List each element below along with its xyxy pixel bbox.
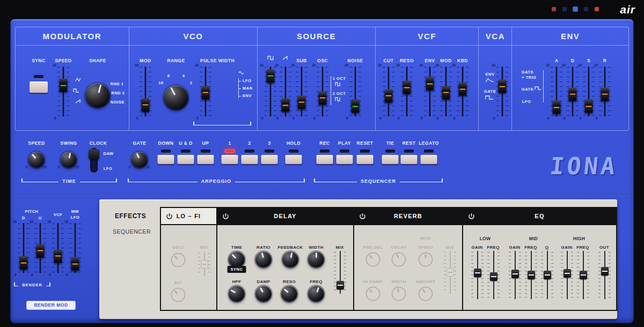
env-gate2-label[interactable]: GATE xyxy=(522,87,533,92)
slider-cap[interactable] xyxy=(474,269,481,277)
time-swing-knob[interactable] xyxy=(61,152,77,168)
env-trig-label[interactable]: + TRIG xyxy=(522,75,536,80)
pw-mode-lfo[interactable]: LFO xyxy=(243,78,253,83)
bender-mod-button[interactable]: BENDER MOD xyxy=(26,301,76,310)
slider-cap[interactable] xyxy=(385,89,393,102)
reverb-predel-knob[interactable] xyxy=(366,252,380,267)
slider-cap[interactable] xyxy=(20,256,28,270)
arp-down-button[interactable] xyxy=(158,155,174,164)
tab-sequencer[interactable]: SEQUENCER xyxy=(113,228,151,235)
arp-3-button[interactable] xyxy=(261,155,278,164)
eq-mid-gain-slider[interactable] xyxy=(511,251,519,299)
arp-up-button[interactable] xyxy=(197,155,214,164)
lofi-bit-knob[interactable] xyxy=(171,288,186,302)
reverb-speed-knob[interactable] xyxy=(419,252,433,267)
delay-ratio-knob[interactable] xyxy=(255,251,272,267)
eq-high-freq-slider[interactable] xyxy=(579,251,587,299)
reverb-mix-slider[interactable] xyxy=(446,251,454,294)
slider-cap[interactable] xyxy=(585,100,593,113)
pw-mode-env[interactable]: ENV xyxy=(243,93,253,98)
lofi-deci-knob[interactable] xyxy=(171,253,186,267)
tab-effects[interactable]: EFFECTS xyxy=(115,212,146,220)
vcf-reso-slider[interactable]: 10 0 xyxy=(398,65,416,118)
vca-level-slider[interactable]: 10 0 xyxy=(493,65,511,118)
lofi-mix-slider[interactable] xyxy=(200,252,208,276)
source-saw-slider[interactable]: 10 0 xyxy=(276,65,295,118)
seq-tie-button[interactable] xyxy=(382,155,399,164)
source-sub-slider[interactable]: 10 0 xyxy=(292,65,311,118)
slider-cap[interactable] xyxy=(601,267,609,276)
slider-cap[interactable] xyxy=(36,244,45,257)
eq-high-gain-slider[interactable] xyxy=(563,251,571,299)
slider-cap[interactable] xyxy=(442,86,450,99)
eq-low-freq-slider[interactable] xyxy=(489,251,497,299)
source-osc-slider[interactable]: 10 0 xyxy=(313,65,332,118)
power-icon[interactable] xyxy=(359,213,366,220)
bender-pitch-down-slider[interactable]: 10 0 xyxy=(14,222,33,274)
slider-cap[interactable] xyxy=(499,80,507,93)
delay-damp-knob[interactable] xyxy=(255,286,272,302)
env-release-slider[interactable]: 10 0 xyxy=(596,65,614,118)
env-decay-slider[interactable]: 10 0 xyxy=(564,65,582,118)
shape-knob[interactable] xyxy=(85,83,110,108)
power-icon[interactable] xyxy=(166,213,173,220)
slider-cap[interactable] xyxy=(201,260,208,269)
slider-cap[interactable] xyxy=(447,268,454,277)
slider-cap[interactable] xyxy=(54,249,62,263)
slider-cap[interactable] xyxy=(511,270,519,278)
vcf-mod-slider[interactable]: 10 0 xyxy=(437,65,455,118)
power-icon[interactable] xyxy=(222,213,229,220)
env-gate-label[interactable]: GATE xyxy=(522,70,533,75)
seq-rest-button[interactable] xyxy=(401,155,418,164)
sync-button[interactable] xyxy=(30,81,48,93)
pw-mode-selector[interactable]: LFO MAN ENV xyxy=(238,78,253,98)
bender-mw-lfo-slider[interactable]: 10 0 xyxy=(66,222,84,274)
switch-grip[interactable] xyxy=(89,149,99,159)
seq-play-button[interactable] xyxy=(336,155,353,164)
time-speed-knob[interactable] xyxy=(28,152,45,168)
slider-cap[interactable] xyxy=(544,271,551,279)
seq-reset-button[interactable] xyxy=(357,155,374,164)
arp-2-button[interactable] xyxy=(241,155,258,164)
vcf-kbd-slider[interactable]: 10 0 xyxy=(453,65,472,118)
slider-cap[interactable] xyxy=(336,281,344,289)
delay-reso-knob[interactable] xyxy=(281,286,297,302)
slider-cap[interactable] xyxy=(528,271,535,279)
slider-cap[interactable] xyxy=(569,87,577,101)
slider-cap[interactable] xyxy=(459,83,467,96)
reverb-amount-knob[interactable] xyxy=(419,287,433,301)
slider-cap[interactable] xyxy=(490,272,497,281)
delay-feedback-knob[interactable] xyxy=(282,251,298,267)
slider-cap[interactable] xyxy=(202,86,210,99)
slider-cap[interactable] xyxy=(267,69,275,83)
vco-range-knob[interactable] xyxy=(164,85,188,110)
delay-hpf-knob[interactable] xyxy=(229,286,245,302)
delay-mix-slider[interactable] xyxy=(336,251,344,294)
seq-legato-button[interactable] xyxy=(421,155,437,164)
slider-cap[interactable] xyxy=(319,91,327,105)
slider-cap[interactable] xyxy=(298,95,306,109)
env-attack-slider[interactable]: 10 0 xyxy=(547,65,566,118)
eq-low-gain-slider[interactable] xyxy=(473,251,481,299)
vcf-env-slider[interactable]: 10 0 xyxy=(421,65,439,118)
arp-1-button[interactable] xyxy=(222,155,238,164)
pw-mode-man[interactable]: MAN xyxy=(243,86,253,91)
slider-cap[interactable] xyxy=(282,99,290,112)
slider-cap[interactable] xyxy=(564,269,571,278)
slider-cap[interactable] xyxy=(352,100,360,113)
source-noise-slider[interactable]: 10 0 xyxy=(346,65,364,118)
arp-hold-button[interactable] xyxy=(286,155,302,164)
reverb-width-knob[interactable] xyxy=(392,287,406,301)
vco-pulse-width-slider[interactable]: 10 0 xyxy=(196,65,215,118)
slider-cap[interactable] xyxy=(601,87,609,101)
eq-mid-freq-slider[interactable] xyxy=(527,251,535,299)
power-icon[interactable] xyxy=(468,213,475,220)
slider-cap[interactable] xyxy=(403,81,411,94)
bender-vcf-slider[interactable]: 10 0 xyxy=(49,222,67,274)
oct1-label[interactable]: 1 OCT xyxy=(333,76,346,81)
env-sustain-slider[interactable]: 10 0 xyxy=(580,65,598,118)
eq-q-slider[interactable] xyxy=(543,251,551,299)
modulator-speed-slider[interactable]: 10 0 xyxy=(54,65,72,118)
slider-cap[interactable] xyxy=(553,101,561,114)
slider-cap[interactable] xyxy=(580,271,587,279)
